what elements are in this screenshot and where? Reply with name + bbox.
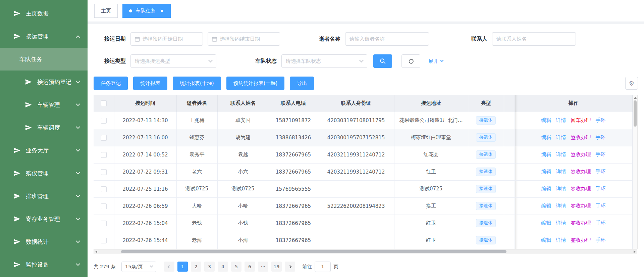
sidebar-item-7[interactable]: 业务大厅 [0, 139, 88, 162]
fleet-status-field[interactable] [286, 58, 360, 64]
sidebar-item-3[interactable]: 车队任务 [0, 48, 88, 71]
op-link-red[interactable]: 回车办理 [571, 117, 591, 123]
page-button-2[interactable]: 2 [191, 262, 201, 272]
op-link-magenta[interactable]: 签收办理 [571, 134, 591, 140]
op-link-blue[interactable]: 编辑 [541, 203, 551, 209]
date-end-field[interactable] [220, 36, 276, 42]
contact-input[interactable] [492, 32, 576, 46]
pickup-type-select[interactable] [130, 54, 216, 68]
op-link-blue[interactable]: 手环 [596, 220, 606, 226]
op-link-magenta[interactable]: 签收办理 [571, 151, 591, 157]
column-settings-button[interactable]: ⚙ [625, 77, 638, 90]
op-link-blue[interactable]: 编辑 [541, 169, 551, 175]
scroll-right-arrow-icon[interactable] [634, 250, 636, 253]
op-link-blue[interactable]: 手环 [596, 117, 606, 123]
tab-fleet-tasks[interactable]: 车队任务 [122, 4, 171, 18]
toolbar-button-5[interactable]: 导出 [290, 77, 314, 90]
op-link-blue[interactable]: 详情 [556, 134, 566, 140]
toolbar-button-1[interactable]: 任务登记 [94, 77, 128, 90]
op-link-blue[interactable]: 详情 [556, 169, 566, 175]
select-all-checkbox[interactable] [101, 100, 107, 106]
row-checkbox[interactable] [101, 221, 107, 226]
scroll-left-arrow-icon[interactable] [95, 250, 97, 253]
op-link-blue[interactable]: 手环 [596, 151, 606, 157]
fleet-status-select[interactable] [281, 54, 367, 68]
sidebar-item-10[interactable]: 寄存业务管理 [0, 207, 88, 230]
prev-page-button[interactable] [164, 262, 174, 272]
sidebar-item-12[interactable]: 监控设备 [0, 253, 88, 276]
op-link-blue[interactable]: 详情 [556, 237, 566, 243]
vertical-scroll-thumb[interactable] [634, 100, 637, 127]
op-link-magenta[interactable]: 签收办理 [571, 186, 591, 192]
op-link-magenta[interactable]: 签收办理 [571, 220, 591, 226]
row-checkbox[interactable] [101, 203, 107, 209]
op-link-blue[interactable]: 手环 [596, 134, 606, 140]
op-link-blue[interactable]: 详情 [556, 203, 566, 209]
toolbar-button-3[interactable]: 统计报表(十堰) [173, 77, 221, 90]
deceased-name-field[interactable] [350, 36, 425, 42]
op-link-blue[interactable]: 详情 [556, 151, 566, 157]
op-link-magenta[interactable]: 签收办理 [571, 203, 591, 209]
sidebar-item-5[interactable]: 车辆管理 [0, 93, 88, 116]
goto-page-input[interactable] [315, 262, 331, 272]
row-checkbox[interactable] [101, 238, 107, 243]
sidebar-item-9[interactable]: 排班管理 [0, 185, 88, 207]
page-button-1[interactable]: 1 [177, 262, 188, 272]
row-checkbox[interactable] [101, 152, 107, 158]
op-link-magenta[interactable]: 签收办理 [571, 237, 591, 243]
sidebar-item-6[interactable]: 车辆调度 [0, 116, 88, 139]
sidebar-item-2[interactable]: 接运管理 [0, 25, 88, 48]
refresh-button[interactable] [401, 54, 420, 68]
type-badge: 接遗体 [476, 202, 496, 210]
op-link-blue[interactable]: 详情 [556, 117, 566, 123]
deceased-name-cell: 王兆梅 [176, 112, 217, 129]
row-checkbox[interactable] [101, 118, 107, 124]
search-button[interactable] [373, 54, 392, 68]
page-button-19[interactable]: 19 [271, 262, 282, 272]
sidebar-item-11[interactable]: 数据统计 [0, 230, 88, 253]
op-link-blue[interactable]: 编辑 [541, 237, 551, 243]
op-link-blue[interactable]: 编辑 [541, 186, 551, 192]
type-badge: 接遗体 [476, 219, 496, 227]
op-link-blue[interactable]: 编辑 [541, 220, 551, 226]
page-size-select[interactable]: 15条/页 [121, 262, 156, 272]
pickup-type-field[interactable] [135, 58, 209, 64]
sidebar-item-1[interactable]: 主页数据 [0, 2, 88, 25]
op-link-magenta[interactable]: 签收办理 [571, 169, 591, 175]
sidebar-item-4[interactable]: 接运预约登记 [0, 71, 88, 93]
scroll-up-arrow-icon[interactable] [634, 97, 637, 99]
page-button-3[interactable]: 3 [204, 262, 215, 272]
page-button-4[interactable]: 4 [218, 262, 228, 272]
op-link-blue[interactable]: 详情 [556, 220, 566, 226]
toolbar-button-2[interactable]: 统计报表 [133, 77, 167, 90]
op-link-blue[interactable]: 详情 [556, 186, 566, 192]
page-button-6[interactable]: 6 [245, 262, 255, 272]
sidebar-item-8[interactable]: 殡仪管理 [0, 162, 88, 185]
deceased-name-input[interactable] [345, 32, 429, 46]
date-end-input[interactable] [208, 32, 280, 46]
contact-field[interactable] [496, 36, 572, 42]
close-icon[interactable] [160, 9, 164, 13]
chevron-left-icon [167, 265, 171, 268]
op-link-blue[interactable]: 编辑 [541, 117, 551, 123]
op-link-blue[interactable]: 手环 [596, 169, 606, 175]
toolbar-button-4[interactable]: 预约统计报表(十堰) [226, 77, 285, 90]
horizontal-scrollbar[interactable] [94, 249, 637, 254]
row-checkbox[interactable] [101, 135, 107, 141]
date-start-field[interactable] [143, 36, 199, 42]
pager-more-button[interactable]: ··· [258, 262, 268, 272]
tab-home[interactable]: 主页 [94, 4, 118, 18]
op-link-blue[interactable]: 手环 [596, 186, 606, 192]
row-checkbox[interactable] [101, 186, 107, 192]
date-start-input[interactable] [130, 32, 203, 46]
next-page-button[interactable] [285, 262, 295, 272]
row-checkbox[interactable] [101, 169, 107, 175]
op-link-blue[interactable]: 编辑 [541, 151, 551, 157]
op-link-blue[interactable]: 编辑 [541, 134, 551, 140]
op-link-blue[interactable]: 手环 [596, 203, 606, 209]
vertical-scrollbar[interactable] [633, 95, 638, 249]
horizontal-scroll-thumb[interactable] [121, 250, 506, 253]
op-link-blue[interactable]: 手环 [596, 237, 606, 243]
expand-toggle[interactable]: 展开 [428, 58, 443, 64]
page-button-5[interactable]: 5 [231, 262, 241, 272]
